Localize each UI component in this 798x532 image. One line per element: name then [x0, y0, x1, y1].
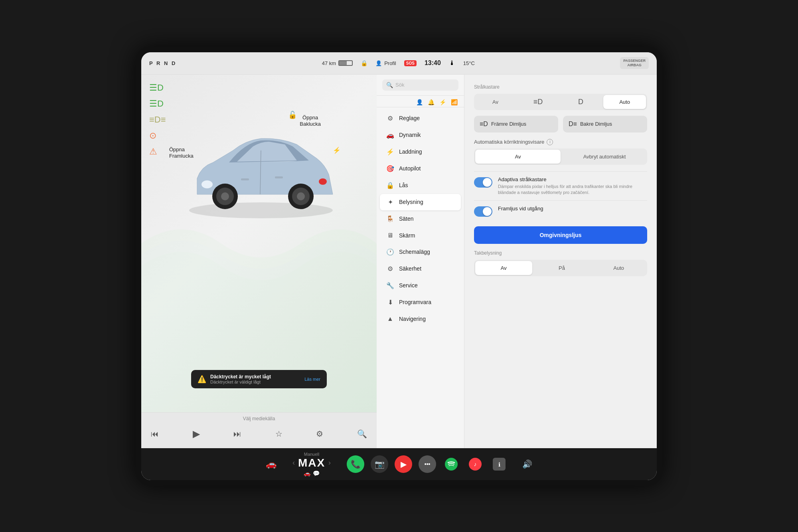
- laddning-label: Laddning: [399, 148, 422, 155]
- next-track-button[interactable]: ⏭: [230, 428, 245, 440]
- search-icon: 🔍: [386, 82, 393, 88]
- taskbar: 🚗 Manuell ‹ MAX › 🚗 💬 📞 📷 ▶ •••: [141, 448, 657, 480]
- media-play-button[interactable]: ▶: [395, 455, 412, 473]
- korr-header: Automatiska körriktningsvisare i: [474, 139, 647, 145]
- tak-section: Takbelysning Av På Auto: [474, 250, 647, 276]
- screen-outer: P R N D 47 km 🔒 👤 Profil SOS 13:40 🌡 15°…: [136, 47, 662, 486]
- svg-text:ℹ: ℹ: [498, 461, 500, 468]
- sakerhet-label: Säkerhet: [399, 265, 421, 272]
- profile-icon: 👤: [375, 60, 382, 66]
- headlight-icon: ☰D: [149, 83, 166, 93]
- menu-item-laddning[interactable]: ⚡ Laddning: [380, 144, 461, 160]
- alert-warning-icon: ⚠️: [198, 375, 206, 384]
- phone-button[interactable]: 📞: [347, 455, 364, 473]
- warning-icon: ⚠: [149, 146, 166, 157]
- camera-button[interactable]: 📷: [371, 455, 388, 473]
- search-placeholder: Sök: [395, 82, 404, 88]
- edge-icon: ≡D≡: [149, 115, 166, 125]
- tak-option-av[interactable]: Av: [475, 261, 532, 275]
- adaptiv-toggle[interactable]: [474, 177, 492, 188]
- saten-icon: 🪑: [386, 215, 394, 223]
- svg-point-0: [189, 202, 333, 218]
- right-arrow-icon: ›: [328, 459, 331, 467]
- play-button[interactable]: ▶: [190, 427, 203, 441]
- menu-header: 👤 🔔 ⚡ 📶: [377, 96, 464, 107]
- svg-point-12: [445, 458, 458, 471]
- menu-bell-icon[interactable]: 🔔: [428, 99, 435, 105]
- menu-item-saten[interactable]: 🪑 Säten: [380, 211, 461, 227]
- headlight-selector[interactable]: Av ≡D D Auto: [474, 94, 647, 110]
- hl-option-auto[interactable]: Auto: [603, 95, 646, 109]
- svg-rect-11: [275, 176, 283, 178]
- tak-option-pa[interactable]: På: [533, 261, 591, 275]
- menu-item-reglage[interactable]: ⚙ Reglage: [380, 110, 461, 127]
- car-image: [173, 115, 349, 226]
- omgivningsljus-button[interactable]: Omgivningsljus: [474, 226, 647, 244]
- menu-item-schemalägg[interactable]: 🕐 Schemalägg: [380, 244, 461, 260]
- hl-option-edge[interactable]: ≡D: [517, 94, 559, 110]
- menu-profile-icon[interactable]: 👤: [416, 99, 423, 105]
- info-icon: ℹ: [493, 458, 506, 471]
- korr-info-icon[interactable]: i: [547, 139, 553, 145]
- media-controls: ⏮ ▶ ⏭ ☆ ⚙ 🔍: [148, 423, 370, 445]
- media-search-button[interactable]: 🔍: [354, 427, 370, 440]
- korr-selector[interactable]: Av Avbryt automatiskt: [474, 148, 647, 165]
- framljus-toggle[interactable]: [474, 206, 492, 217]
- volume-button[interactable]: 🔊: [522, 459, 532, 469]
- search-input-wrap[interactable]: 🔍 Sök: [382, 79, 458, 91]
- menu-item-navigering[interactable]: ▲ Navigering: [380, 311, 461, 327]
- favorite-button[interactable]: ☆: [272, 427, 286, 440]
- spotify-button[interactable]: [442, 455, 460, 473]
- schemalägg-icon: 🕐: [386, 248, 394, 256]
- screen-inner: P R N D 47 km 🔒 👤 Profil SOS 13:40 🌡 15°…: [141, 52, 657, 480]
- reglage-icon: ⚙: [386, 115, 394, 122]
- max-row: ‹ MAX ›: [292, 457, 331, 469]
- profile-button[interactable]: 👤 Profil: [375, 60, 396, 66]
- alert-subtitle: Däcktrycket är väldigt lågt: [210, 380, 300, 384]
- korr-section: Automatiska körriktningsvisare i Av Avbr…: [474, 139, 647, 165]
- hl-option-on[interactable]: D: [559, 94, 602, 110]
- bakre-dimljus-button[interactable]: D≡ Bakre Dimljus: [563, 116, 647, 133]
- menu-item-belysning[interactable]: ✦ Belysning: [380, 194, 461, 210]
- sub-icon-1: 🚗: [304, 470, 310, 477]
- menu-bt-icon[interactable]: ⚡: [439, 99, 446, 105]
- korr-label: Automatiska körriktningsvisare: [474, 139, 544, 145]
- info-button[interactable]: ℹ: [490, 455, 508, 473]
- laddning-icon: ⚡: [386, 148, 394, 156]
- menu-item-dynamik[interactable]: 🚗 Dynamik: [380, 127, 461, 143]
- menu-item-autopilot[interactable]: 🎯 Autopilot: [380, 160, 461, 177]
- media-source-label[interactable]: Välj mediekälla: [148, 416, 370, 421]
- autopilot-label: Autopilot: [399, 165, 421, 172]
- tire-pressure-alert[interactable]: ⚠️ Däcktrycket är mycket lågt Däcktrycke…: [191, 370, 327, 388]
- korr-option-av[interactable]: Av: [475, 150, 561, 164]
- las-icon: 🔒: [386, 182, 394, 189]
- menu-item-las[interactable]: 🔒 Lås: [380, 177, 461, 194]
- music-button[interactable]: ♪: [466, 455, 484, 473]
- more-button[interactable]: •••: [419, 455, 436, 473]
- tak-option-auto[interactable]: Auto: [590, 261, 647, 275]
- menu-item-sakerhet[interactable]: ⚙ Säkerhet: [380, 261, 461, 277]
- music-icon: ♪: [469, 458, 482, 471]
- hl-option-av[interactable]: Av: [474, 95, 517, 109]
- taskbar-car-icon[interactable]: 🚗: [266, 459, 277, 469]
- svg-point-3: [221, 192, 229, 200]
- prev-track-button[interactable]: ⏮: [148, 428, 162, 440]
- status-bar: P R N D 47 km 🔒 👤 Profil SOS 13:40 🌡 15°…: [141, 52, 657, 75]
- menu-item-programvara[interactable]: ⬇ Programvara: [380, 294, 461, 310]
- menu-item-skarm[interactable]: 🖥 Skärm: [380, 227, 461, 243]
- programvara-icon: ⬇: [386, 299, 394, 306]
- tak-selector[interactable]: Av På Auto: [474, 260, 647, 276]
- adaptiv-desc: Dämpar enskilda pixlar i helljus för att…: [498, 184, 647, 196]
- framljus-toggle-row: Framljus vid utgång: [474, 200, 647, 222]
- svg-rect-10: [241, 178, 249, 180]
- bakre-dimljus-label: Bakre Dimljus: [580, 121, 612, 127]
- menu-item-service[interactable]: 🔧 Service: [380, 277, 461, 294]
- korr-option-avbryt[interactable]: Avbryt automatiskt: [562, 150, 647, 164]
- menu-signal-icon[interactable]: 📶: [451, 99, 458, 105]
- framre-dimljus-button[interactable]: ≡D Främre Dimljus: [474, 116, 558, 133]
- equalizer-button[interactable]: ⚙: [313, 427, 326, 440]
- framljus-text-area: Framljus vid utgång: [498, 206, 647, 213]
- settings-menu-panel: 🔍 Sök 👤 🔔 ⚡ 📶 ⚙ Reglage 🚗: [377, 75, 464, 448]
- alert-read-more-link[interactable]: Läs mer: [304, 377, 320, 382]
- battery-km: 47 km: [322, 60, 336, 66]
